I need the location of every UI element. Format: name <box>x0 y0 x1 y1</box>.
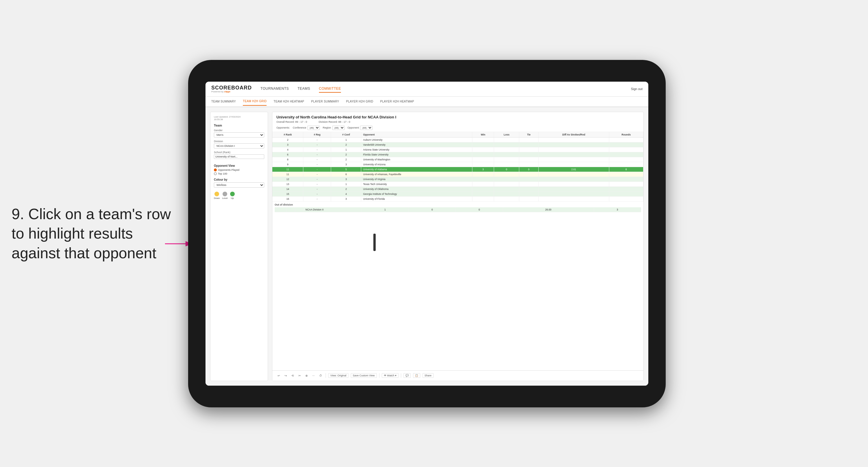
cell-loss <box>494 142 519 147</box>
cell-loss <box>494 181 519 186</box>
cell-rank: 3 <box>272 142 303 147</box>
reset-icon[interactable]: ⟲ <box>290 374 295 378</box>
table-row[interactable]: 12-3University of Virginia <box>272 177 643 181</box>
table-row[interactable]: 9-3University of Arizona <box>272 162 643 167</box>
cell-opponent: Auburn University <box>361 137 472 142</box>
cell-tie <box>519 192 539 196</box>
sub-nav-player-summary[interactable]: PLAYER SUMMARY <box>311 97 339 106</box>
colour-by-select[interactable]: Win/loss <box>214 182 264 187</box>
conference-filter-select[interactable]: (All) <box>307 126 320 130</box>
ood-conf <box>295 207 304 212</box>
right-panel: University of North Carolina Head-to-Hea… <box>272 112 644 381</box>
cell-conf: 2 <box>331 152 361 157</box>
sub-nav: TEAM SUMMARY TEAM H2H GRID TEAM H2H HEAT… <box>206 97 648 107</box>
cell-rank: 12 <box>272 177 303 181</box>
conference-filter: Conference (All) <box>293 126 320 130</box>
table-row[interactable]: 3-2Vanderbilt University <box>272 142 643 147</box>
dots-icon[interactable]: ··· <box>311 374 316 378</box>
cell-loss <box>494 157 519 162</box>
opponent-view-title: Opponent View <box>214 164 264 167</box>
cell-rounds <box>609 186 643 192</box>
team-section-title: Team <box>214 124 264 127</box>
cell-rank: 16 <box>272 196 303 201</box>
redo-icon[interactable]: ↪ <box>283 374 288 378</box>
sign-out[interactable]: Sign out <box>631 87 643 91</box>
opponent-filter-select[interactable]: (All) <box>360 126 372 130</box>
cell-rounds <box>609 157 643 162</box>
gender-select[interactable]: Men's <box>214 132 264 138</box>
watch-button[interactable]: 👁 Watch ▾ <box>382 373 399 378</box>
sub-nav-player-h2h-heatmap[interactable]: PLAYER H2H HEATMAP <box>380 97 414 106</box>
cell-rank: 11 <box>272 172 303 177</box>
th-conf: # Conf <box>331 132 361 138</box>
cut-icon[interactable]: ✂ <box>297 374 302 378</box>
sub-nav-player-h2h-grid[interactable]: PLAYER H2H GRID <box>346 97 373 106</box>
region-filter-select[interactable]: (All) <box>332 126 345 130</box>
school-rank-input[interactable] <box>214 154 264 159</box>
radio-top100[interactable]: Top 100 <box>214 172 264 175</box>
th-reg: # Reg <box>303 132 331 138</box>
sub-nav-team-summary[interactable]: TEAM SUMMARY <box>211 97 236 106</box>
cell-rank: 4 <box>272 147 303 152</box>
left-panel: Last Updated: 27/03/2024 16:55:38 Team G… <box>210 112 268 381</box>
grid-table-container[interactable]: # Rank # Reg # Conf Opponent Win Loss Ti… <box>272 132 643 370</box>
cell-loss <box>494 152 519 157</box>
out-of-division-table: NCAA Division II 1 0 0 26.00 3 <box>275 207 641 212</box>
cell-diff: 2.61 <box>538 167 609 172</box>
last-updated: Last Updated: 27/03/2024 16:55:38 <box>214 116 264 121</box>
cell-conf: 6 <box>331 172 361 177</box>
comment-button[interactable]: 💬 <box>403 373 411 378</box>
cell-tie <box>519 172 539 177</box>
cell-tie <box>519 152 539 157</box>
share-button[interactable]: Share <box>423 373 434 378</box>
division-select[interactable]: NCAA Division I <box>214 143 264 148</box>
table-row[interactable]: 11-6University of Arkansas, Fayetteville <box>272 172 643 177</box>
cell-opponent: Florida State University <box>361 152 472 157</box>
cell-loss <box>494 196 519 201</box>
table-row[interactable]: 15-4Georgia Institute of Technology <box>272 192 643 196</box>
header-row: # Rank # Reg # Conf Opponent Win Loss Ti… <box>272 132 643 138</box>
timer-icon[interactable]: ⏱ <box>318 374 323 378</box>
copy-button[interactable]: 📋 <box>413 373 420 378</box>
cell-rank: 9 <box>272 162 303 167</box>
cell-rounds <box>609 196 643 201</box>
cell-diff <box>538 192 609 196</box>
radio-dot-top100 <box>214 172 217 175</box>
legend-level: Level <box>222 192 227 200</box>
table-row[interactable]: 13-1Texas Tech University <box>272 181 643 186</box>
ood-reg <box>286 207 295 212</box>
table-row[interactable]: 4-1Arizona State University <box>272 147 643 152</box>
sub-nav-team-h2h-grid[interactable]: TEAM H2H GRID <box>243 97 267 106</box>
radio-opponents-played[interactable]: Opponents Played <box>214 169 264 171</box>
out-of-division-row[interactable]: NCAA Division II 1 0 0 26.00 3 <box>275 207 641 212</box>
view-original-button[interactable]: View: Original <box>328 373 348 378</box>
conference-filter-label: Conference <box>293 126 307 129</box>
table-row[interactable]: 8-2University of Washington <box>272 157 643 162</box>
cell-tie <box>519 177 539 181</box>
table-row[interactable]: 16-3University of Florida <box>272 196 643 201</box>
cell-tie <box>519 162 539 167</box>
table-row[interactable]: 14-2University of Oklahoma <box>272 186 643 192</box>
table-row[interactable]: 6-2Florida State University <box>272 152 643 157</box>
table-row[interactable]: 11-5University of Alabama3002.618 <box>272 167 643 172</box>
add-icon[interactable]: ⊕ <box>304 374 309 378</box>
save-custom-view-button[interactable]: Save Custom View <box>351 373 377 378</box>
cell-reg: - <box>303 186 331 192</box>
division-label: Division <box>214 140 264 143</box>
table-row[interactable]: 2-1Auburn University <box>272 137 643 142</box>
cell-loss <box>494 177 519 181</box>
cell-reg: - <box>303 196 331 201</box>
nav-committee[interactable]: COMMITTEE <box>319 85 341 93</box>
school-rank-label: School (Rank) <box>214 151 264 154</box>
cell-diff <box>538 152 609 157</box>
ood-tie: 0 <box>456 207 503 212</box>
sub-nav-team-h2h-heatmap[interactable]: TEAM H2H HEATMAP <box>274 97 304 106</box>
undo-icon[interactable]: ↩ <box>276 374 281 378</box>
cell-tie <box>519 142 539 147</box>
nav-teams[interactable]: TEAMS <box>298 85 310 93</box>
logo-area: SCOREBOARD Powered by clippi <box>211 85 252 93</box>
cell-loss <box>494 162 519 167</box>
cell-diff <box>538 157 609 162</box>
instruction-text: 9. Click on a team's row to highlight re… <box>11 204 174 263</box>
nav-tournaments[interactable]: TOURNAMENTS <box>260 85 289 93</box>
